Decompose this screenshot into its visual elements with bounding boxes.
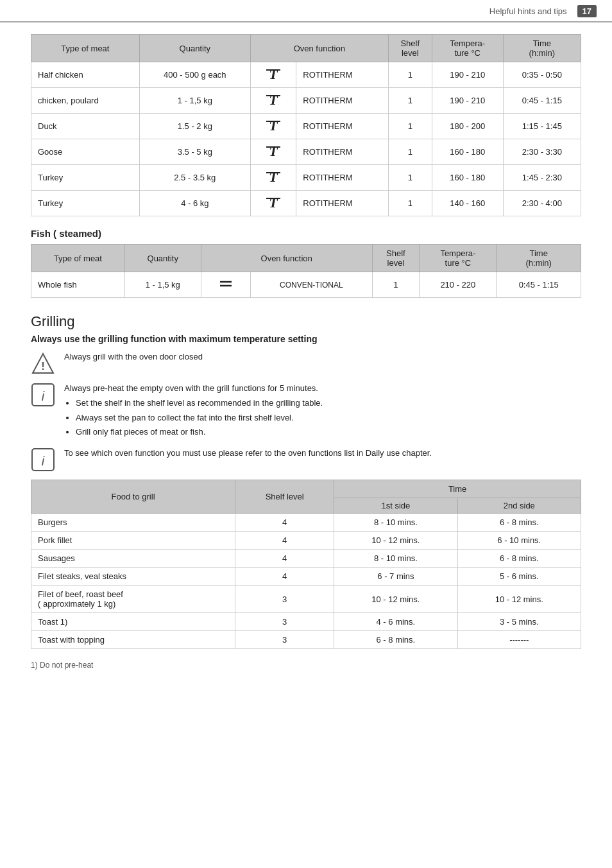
- fish-col-time: Time(h:min): [497, 245, 581, 272]
- cell-quantity: 1 - 1,5 kg: [139, 88, 250, 114]
- cell-quantity: 1.5 - 2 kg: [139, 114, 250, 139]
- cell-type: Half chicken: [31, 62, 140, 88]
- cell-quantity: 1 - 1,5 kg: [124, 272, 201, 298]
- table-row: Filet steaks, veal steaks 4 6 - 7 mins 5…: [31, 568, 581, 586]
- cell-side2: 3 - 5 mins.: [457, 613, 581, 631]
- cell-function: CONVEN-TIONAL: [251, 272, 372, 298]
- cell-temp: 190 - 210: [432, 62, 503, 88]
- fish-col-type: Type of meat: [31, 245, 125, 272]
- cell-shelf: 1: [388, 165, 432, 191]
- cell-food: Pork fillet: [31, 532, 235, 550]
- cell-quantity: 4 - 6 kg: [139, 191, 250, 216]
- cell-side1: 4 - 6 mins.: [334, 613, 457, 631]
- cell-side1: 8 - 10 mins.: [334, 550, 457, 568]
- fish-col-temp: Tempera-ture °C: [420, 245, 497, 272]
- cell-side2: 6 - 8 mins.: [457, 514, 581, 532]
- info-icon-2: i: [31, 447, 55, 472]
- list-item: Grill only flat pieces of meat or fish.: [76, 426, 323, 439]
- cell-shelf: 4: [235, 532, 334, 550]
- cell-quantity: 3.5 - 5 kg: [139, 139, 250, 165]
- cell-side1: 10 - 12 mins.: [334, 532, 457, 550]
- table-row: Toast with topping 3 6 - 8 mins. -------: [31, 631, 581, 649]
- cell-side1: 10 - 12 mins.: [334, 586, 457, 613]
- col-type-of-meat: Type of meat: [31, 35, 140, 62]
- cell-food: Filet steaks, veal steaks: [31, 568, 235, 586]
- warning-text: Always grill with the oven door closed: [64, 351, 203, 364]
- cell-time: 2:30 - 4:00: [503, 191, 581, 216]
- page-number: 17: [577, 5, 597, 17]
- cell-food: Filet of beef, roast beef( approximately…: [31, 586, 235, 613]
- cell-side1: 6 - 7 mins: [334, 568, 457, 586]
- cell-side1: 6 - 8 mins.: [334, 631, 457, 649]
- col-oven-function: Oven function: [250, 35, 388, 62]
- cell-side1: 8 - 10 mins.: [334, 514, 457, 532]
- fish-col-oven: Oven function: [201, 245, 372, 272]
- svg-text:i: i: [42, 454, 45, 468]
- info-text-1: Always pre-heat the empty oven with the …: [64, 382, 323, 440]
- cell-time: 0:35 - 0:50: [503, 62, 581, 88]
- grilling-sub-heading: Always use the grilling function with ma…: [31, 334, 581, 344]
- cell-temp: 160 - 180: [432, 139, 503, 165]
- table-row: Burgers 4 8 - 10 mins. 6 - 8 mins.: [31, 514, 581, 532]
- cell-time: 1:15 - 1:45: [503, 114, 581, 139]
- cell-shelf: 4: [235, 550, 334, 568]
- cell-temp: 140 - 160: [432, 191, 503, 216]
- cell-function: ROTITHERM: [296, 62, 388, 88]
- cell-side2: 6 - 8 mins.: [457, 550, 581, 568]
- table-row: Half chicken 400 - 500 g each T ROTITHER…: [31, 62, 581, 88]
- cell-function: ROTITHERM: [296, 139, 388, 165]
- cell-function: ROTITHERM: [296, 114, 388, 139]
- cell-type: Goose: [31, 139, 140, 165]
- main-content: Type of meat Quantity Oven function Shel…: [0, 34, 612, 695]
- table-row: Sausages 4 8 - 10 mins. 6 - 8 mins.: [31, 550, 581, 568]
- info-notice-2: i To see which oven function you must us…: [31, 447, 581, 472]
- cell-time: 1:45 - 2:30: [503, 165, 581, 191]
- svg-text:!: !: [41, 360, 45, 372]
- table-row: Turkey 4 - 6 kg T ROTITHERM 1 140 - 160 …: [31, 191, 581, 216]
- table-row: Turkey 2.5 - 3.5 kg T ROTITHERM 1 160 - …: [31, 165, 581, 191]
- col-quantity: Quantity: [139, 35, 250, 62]
- info-notice-1: i Always pre-heat the empty oven with th…: [31, 382, 581, 440]
- cell-side2: -------: [457, 631, 581, 649]
- cell-side2: 6 - 10 mins.: [457, 532, 581, 550]
- cell-food: Toast 1): [31, 613, 235, 631]
- grill-col-time: Time: [334, 480, 581, 498]
- cell-shelf: 1: [388, 139, 432, 165]
- cell-type: Turkey: [31, 191, 140, 216]
- cell-shelf: 4: [235, 568, 334, 586]
- fish-col-shelf: Shelflevel: [372, 245, 420, 272]
- cell-shelf: 1: [388, 62, 432, 88]
- page-header-text: Helpful hints and tips: [489, 6, 567, 16]
- cell-temp: 210 - 220: [420, 272, 497, 298]
- cell-function: ROTITHERM: [296, 165, 388, 191]
- cell-icon: T: [250, 114, 296, 139]
- cell-temp: 180 - 200: [432, 114, 503, 139]
- fish-section-heading: Fish ( steamed): [31, 228, 581, 239]
- fish-col-quantity: Quantity: [124, 245, 201, 272]
- cell-type: chicken, poulard: [31, 88, 140, 114]
- cell-shelf: 4: [235, 514, 334, 532]
- cell-function: ROTITHERM: [296, 191, 388, 216]
- info-text-2: To see which oven function you must use …: [64, 447, 432, 460]
- svg-text:T: T: [269, 117, 278, 133]
- page-header: Helpful hints and tips 17: [0, 0, 612, 22]
- cell-type: Turkey: [31, 165, 140, 191]
- cell-icon: T: [250, 62, 296, 88]
- table-row: Duck 1.5 - 2 kg T ROTITHERM 1 180 - 200 …: [31, 114, 581, 139]
- cell-shelf: 1: [388, 88, 432, 114]
- cell-food: Toast with topping: [31, 631, 235, 649]
- cell-icon: T: [250, 139, 296, 165]
- cell-function: ROTITHERM: [296, 88, 388, 114]
- grill-sub-col-2nd: 2nd side: [457, 498, 581, 514]
- svg-text:T: T: [269, 92, 278, 107]
- table-row: chicken, poulard 1 - 1,5 kg T ROTITHERM …: [31, 88, 581, 114]
- cell-time: 0:45 - 1:15: [497, 272, 581, 298]
- cell-icon: [201, 272, 251, 298]
- grilling-table: Food to grill Shelf level Time 1st side …: [31, 480, 581, 649]
- svg-text:T: T: [269, 143, 278, 159]
- svg-text:i: i: [42, 389, 45, 403]
- grill-sub-col-1st: 1st side: [334, 498, 457, 514]
- list-item: Set the shelf in the shelf level as reco…: [76, 397, 323, 410]
- svg-text:T: T: [269, 66, 278, 82]
- cell-icon: T: [250, 191, 296, 216]
